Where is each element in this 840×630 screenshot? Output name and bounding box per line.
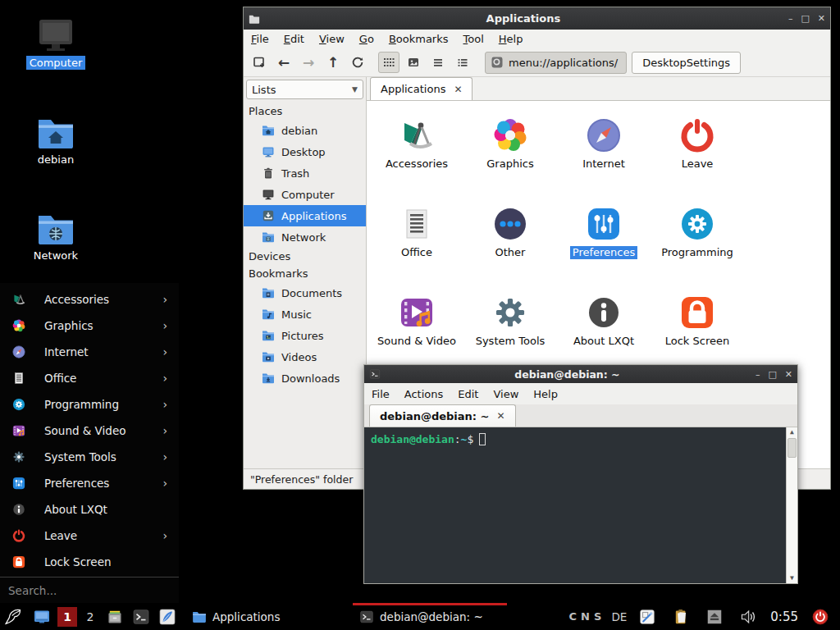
sidebar-item-trash[interactable]: Trash bbox=[244, 162, 366, 184]
menu-bookmarks[interactable]: Bookmarks bbox=[381, 30, 456, 48]
app-accessories[interactable]: Accessories bbox=[370, 107, 463, 196]
menu-item-accessories[interactable]: Accessories › bbox=[0, 286, 179, 313]
task-button-terminal[interactable]: debian@debian: ~ bbox=[353, 603, 507, 630]
back-button[interactable]: ← bbox=[273, 52, 294, 73]
sidebar-item-desktop[interactable]: Desktop bbox=[244, 141, 366, 162]
menu-help[interactable]: Help bbox=[526, 385, 565, 404]
power-button[interactable] bbox=[807, 603, 833, 630]
app-programming[interactable]: Programming bbox=[651, 196, 744, 285]
menu-item-office[interactable]: Office › bbox=[0, 365, 179, 391]
tab-close-icon[interactable]: ✕ bbox=[496, 410, 504, 422]
menu-file[interactable]: File bbox=[364, 385, 397, 404]
keyboard-indicator[interactable]: C N S bbox=[569, 610, 602, 623]
num-lock-indicator[interactable]: N bbox=[581, 610, 590, 623]
sidebar-item-debian[interactable]: debian bbox=[244, 120, 366, 141]
scroll-lock-indicator[interactable]: S bbox=[594, 610, 601, 623]
close-button[interactable]: ✕ bbox=[818, 14, 825, 23]
quicklaunch-featherpad[interactable] bbox=[154, 603, 180, 630]
app-other[interactable]: Other bbox=[463, 196, 557, 285]
maximize-button[interactable]: □ bbox=[801, 14, 809, 23]
removable-media-tray-icon[interactable] bbox=[701, 603, 728, 630]
search-input[interactable] bbox=[8, 584, 171, 597]
menu-item-sound-video[interactable]: Sound & Video › bbox=[0, 418, 179, 444]
new-tab-button[interactable] bbox=[249, 52, 270, 73]
app-internet[interactable]: Internet bbox=[557, 107, 651, 196]
quicklaunch-terminal[interactable] bbox=[128, 603, 154, 630]
sidebar-item-applications[interactable]: Applications bbox=[244, 205, 366, 226]
menu-file[interactable]: File bbox=[244, 30, 276, 48]
sidebar-item-documents[interactable]: Documents bbox=[244, 282, 366, 304]
close-button[interactable]: ✕ bbox=[785, 370, 792, 379]
menu-edit[interactable]: Edit bbox=[276, 30, 312, 48]
scroll-down-icon[interactable]: ▼ bbox=[790, 575, 794, 582]
address-bar[interactable]: menu://applications/ bbox=[485, 52, 627, 74]
terminal-tab[interactable]: debian@debian: ~ ✕ bbox=[369, 404, 516, 427]
menu-item-leave[interactable]: Leave › bbox=[0, 523, 179, 549]
menu-view[interactable]: View bbox=[312, 30, 352, 48]
sidebar-item-pictures[interactable]: Pictures bbox=[244, 325, 366, 346]
clock[interactable]: 0:55 bbox=[770, 609, 798, 624]
thumbnail-view-button[interactable] bbox=[403, 52, 424, 73]
sidebar-item-videos[interactable]: Videos bbox=[244, 346, 366, 368]
menu-search[interactable] bbox=[0, 577, 179, 603]
terminal-output[interactable]: debian@debian:~$ ▲ ▼ bbox=[364, 427, 797, 583]
menu-actions[interactable]: Actions bbox=[397, 385, 451, 404]
sidebar-item-music[interactable]: Music bbox=[244, 304, 366, 325]
keyboard-layout[interactable]: DE bbox=[611, 610, 627, 623]
sidebar-item-network[interactable]: Network bbox=[244, 226, 366, 248]
menu-item-lock-screen[interactable]: Lock Screen bbox=[0, 549, 179, 575]
minimize-button[interactable]: – bbox=[788, 14, 793, 23]
up-button[interactable]: ↑ bbox=[322, 52, 344, 73]
sidebar-item-downloads[interactable]: Downloads bbox=[244, 368, 366, 389]
workspace-1-button[interactable]: 1 bbox=[57, 607, 77, 627]
app-graphics[interactable]: Graphics bbox=[463, 107, 557, 196]
compact-view-button[interactable] bbox=[427, 52, 449, 73]
detailed-view-button[interactable] bbox=[452, 52, 473, 73]
fm-titlebar[interactable]: Applications – □ ✕ bbox=[244, 7, 830, 30]
menu-item-preferences[interactable]: Preferences › bbox=[0, 470, 179, 496]
start-menu-button[interactable] bbox=[0, 603, 28, 630]
maximize-button[interactable]: □ bbox=[768, 370, 776, 379]
menu-item-internet[interactable]: Internet › bbox=[0, 339, 179, 365]
forward-button[interactable]: → bbox=[298, 52, 319, 73]
menu-item-programming[interactable]: Programming › bbox=[0, 391, 179, 418]
task-button-applications[interactable]: Applications bbox=[185, 603, 349, 630]
icon-view-button[interactable] bbox=[378, 52, 399, 73]
tab-applications[interactable]: Applications ✕ bbox=[370, 77, 472, 100]
caps-lock-indicator[interactable]: C bbox=[569, 610, 578, 623]
app-system-tools[interactable]: System Tools bbox=[463, 285, 557, 373]
menu-item-system-tools[interactable]: System Tools › bbox=[0, 444, 179, 470]
app-about-lxqt[interactable]: About LXQt bbox=[557, 285, 651, 373]
menu-go[interactable]: Go bbox=[352, 30, 381, 48]
workspace-2-button[interactable]: 2 bbox=[80, 607, 100, 627]
clipboard-tray-icon[interactable] bbox=[668, 603, 694, 630]
desktop-icon-debian[interactable]: debian bbox=[16, 115, 95, 167]
sidebar-mode-selector[interactable]: Lists ▼ bbox=[246, 80, 363, 99]
desktop-icon-computer[interactable]: Computer bbox=[16, 18, 95, 70]
menu-item-graphics[interactable]: Graphics › bbox=[0, 313, 179, 339]
menu-edit[interactable]: Edit bbox=[450, 385, 486, 404]
show-desktop-button[interactable] bbox=[28, 603, 56, 630]
volume-tray-icon[interactable] bbox=[735, 603, 761, 630]
app-sound-video[interactable]: Sound & Video bbox=[370, 285, 463, 373]
menu-view[interactable]: View bbox=[486, 385, 526, 404]
menu-help[interactable]: Help bbox=[491, 30, 531, 48]
minimize-button[interactable]: – bbox=[756, 370, 760, 379]
quicklaunch-file-manager[interactable] bbox=[102, 603, 128, 630]
app-leave[interactable]: Leave bbox=[651, 107, 744, 196]
app-lock-screen[interactable]: Lock Screen bbox=[651, 285, 744, 373]
terminal-scrollbar[interactable]: ▲ ▼ bbox=[786, 427, 797, 583]
app-office[interactable]: Office bbox=[370, 196, 463, 285]
scrollbar-thumb[interactable] bbox=[788, 438, 797, 458]
sidebar-item-computer[interactable]: Computer bbox=[244, 184, 366, 205]
app-preferences[interactable]: Preferences bbox=[557, 196, 651, 285]
tab-close-icon[interactable]: ✕ bbox=[454, 84, 462, 95]
scroll-up-icon[interactable]: ▲ bbox=[790, 429, 794, 436]
desktop-icon-network[interactable]: Network bbox=[16, 211, 95, 262]
desktop-settings-button[interactable]: DesktopSettings bbox=[632, 52, 741, 74]
terminal-titlebar[interactable]: debian@debian: ~ – □ ✕ bbox=[364, 365, 797, 383]
menu-tool[interactable]: Tool bbox=[456, 30, 491, 48]
reload-button[interactable] bbox=[347, 52, 368, 73]
screenshot-tray-icon[interactable] bbox=[634, 603, 660, 630]
menu-item-about-lxqt[interactable]: About LXQt bbox=[0, 496, 179, 523]
